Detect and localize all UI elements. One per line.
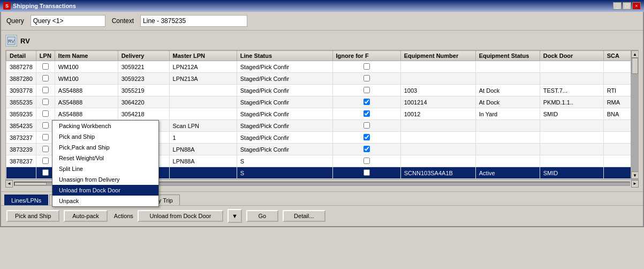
cell-master-lpn: 1 xyxy=(169,132,237,144)
cell-ignore xyxy=(332,155,400,167)
bottom-bar: Pick and Ship Auto-pack Actions Unload f… xyxy=(1,205,643,226)
cell-status: S xyxy=(237,155,332,167)
cell-equip-status xyxy=(475,132,540,144)
cell-item: AS54888 xyxy=(55,96,118,108)
cell-equip-num xyxy=(400,132,475,144)
maximize-button[interactable]: □ xyxy=(623,2,631,10)
rv-label: RV xyxy=(20,37,30,45)
actions-dropdown[interactable]: Unload from Dock Door Packing WorkbenchP… xyxy=(138,210,223,222)
cell-equip-status xyxy=(475,61,540,73)
table-row[interactable]: 3093778AS548883055219Staged/Pick Confir1… xyxy=(6,85,638,96)
table-row[interactable]: 3887280WM1003059223LPN213AStaged/Pick Co… xyxy=(6,73,638,85)
cell-dock-door: PKMD.1.1.. xyxy=(540,96,603,108)
cell-status: S xyxy=(237,167,332,179)
actions-main-button[interactable]: Unload from Dock Door xyxy=(138,210,223,222)
cell-lpn xyxy=(36,108,55,120)
cell-equip-status: At Dock xyxy=(475,96,540,108)
cell-equip-status xyxy=(475,144,540,155)
menu-item-pick,pack-and-ship[interactable]: Pick,Pack and Ship xyxy=(52,142,158,153)
cell-lpn xyxy=(36,61,55,73)
cell-master-lpn: LPN88A xyxy=(169,144,237,155)
cell-status: Staged/Pick Confir xyxy=(237,108,332,120)
cell-master-lpn xyxy=(169,108,237,120)
cell-equip-num: 10012 xyxy=(400,108,475,120)
tab-lines/lpns[interactable]: Lines/LPNs xyxy=(4,195,48,206)
cell-detail: 3093778 xyxy=(6,85,36,96)
cell-lpn xyxy=(36,96,55,108)
menu-item-packing-workbench[interactable]: Packing Workbench xyxy=(52,121,158,131)
cell-status: Staged/Pick Confir xyxy=(237,73,332,85)
query-label: Query xyxy=(6,17,24,25)
window-title: Shipping Transactions xyxy=(13,3,76,9)
actions-arrow-button[interactable]: ▼ xyxy=(228,209,242,223)
cell-detail: 3873239 xyxy=(6,144,36,155)
scroll-up-button[interactable]: ▲ xyxy=(631,50,639,58)
scroll-down-button[interactable]: ▼ xyxy=(631,171,639,179)
actions-arrow-dropdown[interactable]: ▼ xyxy=(228,209,242,223)
auto-pack-button[interactable]: Auto-pack xyxy=(64,210,108,222)
table-row[interactable]: 3887278WM1003059221LPN212AStaged/Pick Co… xyxy=(6,61,638,73)
cell-equip-num xyxy=(400,120,475,132)
cell-delivery: 3064220 xyxy=(118,96,169,108)
cell-status: Staged/Pick Confir xyxy=(237,85,332,96)
cell-equip-num xyxy=(400,73,475,85)
cell-master-lpn: LPN213A xyxy=(169,73,237,85)
cell-ignore xyxy=(332,96,400,108)
toolbar: Query Context xyxy=(1,12,643,31)
context-label: Context xyxy=(112,17,134,25)
menu-item-split-line[interactable]: Split Line xyxy=(52,163,158,174)
menu-item-reset-weight/vol[interactable]: Reset Weight/Vol xyxy=(52,153,158,163)
cell-equip-num xyxy=(400,144,475,155)
cell-dock-door: SMID xyxy=(540,167,603,179)
minimize-button[interactable]: _ xyxy=(613,2,622,10)
cell-lpn xyxy=(36,73,55,85)
table-row[interactable]: 3855235AS548883064220Staged/Pick Confir1… xyxy=(6,96,638,108)
col-dock-door: Dock Door xyxy=(540,51,603,61)
table-row[interactable]: 3859235AS548883054218Staged/Pick Confir1… xyxy=(6,108,638,120)
cell-equip-status: Active xyxy=(475,167,540,179)
pick-and-ship-button[interactable]: Pick and Ship xyxy=(6,210,59,222)
cell-detail: 3855235 xyxy=(6,96,36,108)
cell-master-lpn: LPN88A xyxy=(169,155,237,167)
vertical-scrollbar[interactable]: ▲ ▼ xyxy=(631,50,638,179)
cell-dock-door xyxy=(540,120,603,132)
menu-item-unload-from-dock-door[interactable]: Unload from Dock Door xyxy=(52,185,158,196)
cell-equip-status: At Dock xyxy=(475,85,540,96)
go-button[interactable]: Go xyxy=(246,210,278,222)
scroll-thumb-h[interactable] xyxy=(14,182,47,185)
cell-equip-status xyxy=(475,73,540,85)
scroll-right-button[interactable]: ► xyxy=(631,180,639,188)
col-item: Item Name xyxy=(55,51,118,61)
rv-header: RV RV xyxy=(5,35,639,47)
cell-equip-status: In Yard xyxy=(475,108,540,120)
col-delivery: Delivery xyxy=(118,51,169,61)
cell-detail: 3887280 xyxy=(6,73,36,85)
window-controls: _ □ × xyxy=(613,2,641,10)
scroll-thumb[interactable] xyxy=(632,58,638,74)
cell-dock-door xyxy=(540,132,603,144)
col-lpn: LPN xyxy=(36,51,55,61)
cell-item: WM100 xyxy=(55,61,118,73)
menu-item-unassign-from-delivery[interactable]: Unassign from Delivery xyxy=(52,174,158,185)
detail-button[interactable]: Detail... xyxy=(283,210,325,222)
cell-dock-door: SMID xyxy=(540,108,603,120)
cell-ignore xyxy=(332,167,400,179)
menu-item-unpack[interactable]: Unpack xyxy=(52,196,158,206)
close-button[interactable]: × xyxy=(632,2,641,10)
cell-detail: 3854235 xyxy=(6,120,36,132)
col-detail: Detail xyxy=(6,51,36,61)
col-master-lpn: Master LPN xyxy=(169,51,237,61)
cell-equip-num: 1003 xyxy=(400,85,475,96)
cell-dock-door xyxy=(540,73,603,85)
cell-status: Staged/Pick Confir xyxy=(237,120,332,132)
scroll-left-button[interactable]: ◄ xyxy=(5,180,13,188)
cell-item: WM100 xyxy=(55,73,118,85)
menu-item-pick-and-ship[interactable]: Pick and Ship xyxy=(52,131,158,142)
cell-master-lpn xyxy=(169,85,237,96)
cell-equip-status xyxy=(475,155,540,167)
cell-ignore xyxy=(332,144,400,155)
context-input[interactable] xyxy=(140,15,247,27)
query-input[interactable] xyxy=(31,15,105,27)
cell-ignore xyxy=(332,85,400,96)
cell-detail: 3873237 xyxy=(6,132,36,144)
